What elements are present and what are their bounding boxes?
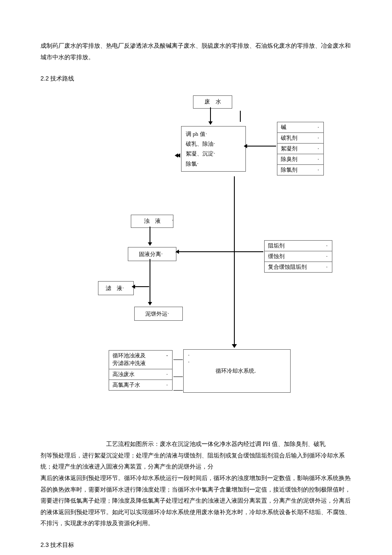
pretreat-line2: 破乳、除油。 (186, 139, 241, 149)
arrow-wastewater-down (210, 107, 211, 124)
arrow-head-into-pretreat (177, 153, 180, 158)
node-wastewater-label: 废 水 (205, 98, 221, 105)
inh-row-1: 阻垢剂。 (264, 240, 332, 251)
chem-row-5: 除氯剂。 (277, 165, 324, 175)
arrow-solidliq-down (150, 259, 150, 305)
node-inhibitors: 阻垢剂。 缓蚀剂。 复合缓蚀阻垢剂。 (264, 240, 332, 273)
line-right-vertical (234, 176, 235, 347)
node-filtrate-label: 滤 液 (106, 285, 122, 292)
node-wastewater: 废 水 (193, 95, 232, 109)
sup-c1: 。 (188, 351, 192, 357)
node-filtrate: 滤 液。 (98, 281, 134, 295)
desc-paragraph: 工艺流程如图所示：废水在沉淀池或一体化净水器内经过调 PH 值、加除臭剂、破乳 … (40, 439, 352, 473)
node-cooling: 循环冷却水系统。 (183, 349, 291, 393)
arrow-chem-to-pretreat (244, 146, 276, 147)
node-feeds: 循环池浊液及。 旁滤器冲洗液。 高浊废水。 高氯离子水。 (109, 350, 173, 390)
node-cake-label: 泥饼外运 (145, 311, 167, 317)
feed-row-2: 高浊废水。 (109, 369, 173, 380)
feed-row-1: 循环池浊液及。 旁滤器冲洗液。 (109, 350, 173, 369)
sup-a: 。 (172, 216, 176, 222)
section-2-3-heading: 2.3 技术目标 (40, 541, 352, 549)
arrow-inh-left (176, 251, 263, 252)
intro-paragraph: 成制药厂废水的零排放、热电厂反渗透浓水及酸碱离子废水、脱硫废水的零排放、石油炼化… (40, 40, 352, 63)
chem-row-2: 破乳剂。 (277, 133, 324, 144)
node-cooling-label: 循环冷却水系统 (216, 367, 254, 375)
node-solidliq-label: 固液分离 (139, 251, 161, 258)
section-2-2-heading: 2.2 技术路线 (40, 75, 352, 83)
node-turbid: 浊 液 (131, 215, 173, 228)
tick-mark (240, 111, 241, 122)
chem-row-3: 絮凝剂。 (277, 144, 324, 154)
chem-row-4: 除臭剂。 (277, 154, 324, 165)
inh-row-2: 缓蚀剂。 (264, 251, 332, 262)
feed-row-3: 高氯离子水。 (109, 380, 173, 391)
inh-row-3: 复合缓蚀阻垢剂。 (264, 262, 332, 273)
desc-paragraph-2: 离后的液体返回到预处理环节。循环冷却水系统运行一段时间后，循环水的浊度增加到一定… (40, 473, 352, 529)
sup-c2: 。 (188, 358, 192, 364)
line-feed2 (173, 377, 183, 377)
arrow-head-to-cooling (232, 344, 237, 348)
node-pretreat: 调 ph 值。 破乳、除油。 絮凝、沉淀。 除氯。 (181, 126, 246, 172)
line-feed3 (173, 390, 183, 391)
pretreat-line1: 调 ph 值。 (186, 129, 241, 139)
chem-row-1: 碱。 (277, 122, 324, 133)
line-feed1 (173, 359, 183, 360)
node-solidliq: 固液分离。 (128, 247, 176, 261)
node-chemicals: 碱。 破乳剂。 絮凝剂。 除臭剂。 除氯剂。 (277, 122, 324, 175)
process-flow-diagram: 废 水 调 ph 值。 破乳、除油。 絮凝、沉淀。 除氯。 碱。 破乳剂。 絮凝… (40, 95, 352, 436)
arrow-turbid-down (150, 227, 150, 245)
pretreat-line3: 絮凝、沉淀。 (186, 149, 241, 158)
pretreat-line4: 除氯。 (186, 159, 241, 169)
node-cake: 泥饼外运。 (134, 307, 183, 321)
arrow-to-filtrate (132, 286, 149, 287)
node-turbid-label: 浊 液 (144, 218, 161, 224)
